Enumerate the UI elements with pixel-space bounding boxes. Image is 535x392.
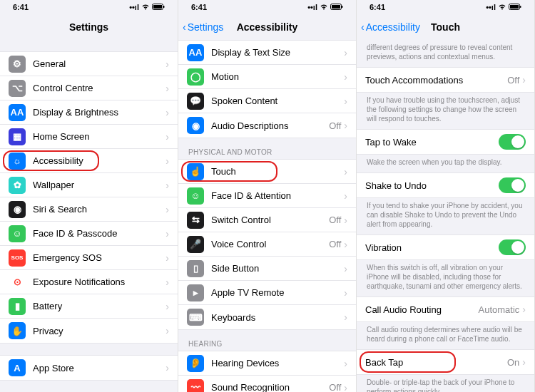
- section-header-hearing: HEARING: [178, 330, 356, 351]
- chevron-right-icon: ›: [165, 252, 169, 264]
- chevron-right-icon: ›: [344, 215, 347, 226]
- list-row[interactable]: Touch AccommodationsOff›: [357, 68, 534, 92]
- row-label: Home Screen: [33, 131, 165, 142]
- row-icon: ◉: [187, 117, 204, 134]
- row-icon: ⚙︎: [9, 56, 26, 73]
- row-label: Exposure Notifications: [33, 277, 165, 287]
- row-label: Tap to Wake: [365, 137, 499, 148]
- row-icon: A: [9, 359, 26, 376]
- row-icon: 👂: [187, 355, 204, 372]
- list-row[interactable]: ▯Side Button›: [178, 257, 356, 281]
- footer-note: different degrees of pressure to reveal …: [357, 40, 534, 67]
- list-row[interactable]: ▸Apple TV Remote›: [178, 281, 356, 305]
- list-row[interactable]: 💬Spoken Content›: [178, 89, 356, 113]
- row-icon: ☺: [9, 225, 26, 242]
- touch-list[interactable]: different degrees of pressure to reveal …: [357, 40, 534, 392]
- row-label: Wallpaper: [33, 180, 165, 190]
- footer-note: When this switch is off, all vibration o…: [357, 260, 534, 296]
- signal-icon: ••ıl: [129, 3, 139, 11]
- list-row[interactable]: ☺Face ID & Attention›: [178, 184, 356, 208]
- list-row[interactable]: ▦Home Screen›: [0, 125, 178, 149]
- row-label: Call Audio Routing: [365, 304, 479, 315]
- row-label: Control Centre: [33, 83, 165, 93]
- row-label: Accessibility: [33, 155, 165, 166]
- row-icon: ⌨: [187, 309, 204, 326]
- wifi-icon: [498, 3, 506, 11]
- chevron-right-icon: ›: [344, 382, 347, 393]
- toggle-switch[interactable]: [499, 239, 526, 255]
- list-row[interactable]: 👂Hearing Devices›: [178, 351, 356, 376]
- row-icon: ◯: [187, 68, 204, 86]
- list-row[interactable]: ▮Battery›: [0, 294, 178, 319]
- list-row[interactable]: Tap to Wake: [357, 130, 534, 154]
- chevron-right-icon: ›: [165, 131, 169, 143]
- footer-note: Wake the screen when you tap the display…: [357, 155, 534, 172]
- toggle-switch[interactable]: [499, 177, 526, 193]
- status-icons: ••ıl: [486, 3, 521, 11]
- row-icon: ▯: [187, 260, 204, 277]
- footer-note: Call audio routing determines where audi…: [357, 322, 534, 349]
- battery-icon: [152, 3, 165, 11]
- row-icon: SOS: [9, 249, 26, 267]
- phone-touch: 6:41 ••ıl ‹ Accessibility Touch differen…: [357, 0, 535, 392]
- row-icon: ◉: [9, 201, 26, 218]
- row-icon: ☝: [187, 163, 204, 180]
- chevron-right-icon: ›: [344, 190, 347, 202]
- row-icon: ✋: [9, 322, 26, 339]
- back-button[interactable]: ‹ Accessibility: [361, 21, 420, 33]
- list-row[interactable]: ⇆Switch ControlOff›: [178, 208, 356, 232]
- chevron-right-icon: ›: [165, 362, 169, 373]
- list-row[interactable]: ⌥Control Centre›: [0, 76, 178, 100]
- row-label: Voice Control: [211, 239, 329, 249]
- list-row[interactable]: 🎤Voice ControlOff›: [178, 232, 356, 257]
- row-icon: ▮: [9, 298, 26, 315]
- row-icon: 💬: [187, 93, 204, 110]
- list-row[interactable]: ◯Motion›: [178, 65, 356, 89]
- row-icon: ☺: [187, 187, 204, 205]
- nav-bar: ‹ Accessibility Touch: [357, 14, 534, 40]
- toggle-switch[interactable]: [499, 134, 526, 150]
- signal-icon: ••ıl: [486, 3, 496, 11]
- row-detail: On: [507, 357, 519, 368]
- list-row[interactable]: ✿Wallpaper›: [0, 173, 178, 197]
- list-row[interactable]: ☼Accessibility›: [0, 149, 178, 173]
- chevron-right-icon: ›: [344, 358, 347, 369]
- row-label: Face ID & Passcode: [33, 228, 165, 239]
- list-row[interactable]: ⊙Exposure Notifications›: [0, 270, 178, 294]
- row-label: General: [33, 58, 165, 69]
- list-row[interactable]: ◉Siri & Search›: [0, 197, 178, 222]
- list-row[interactable]: Back TapOn›: [357, 350, 534, 374]
- list-row[interactable]: ☺Face ID & Passcode›: [0, 222, 178, 246]
- list-row[interactable]: ✋Privacy›: [0, 319, 178, 343]
- settings-list[interactable]: ⚙︎General›⌥Control Centre›AADisplay & Br…: [0, 40, 178, 392]
- list-row[interactable]: Call Audio RoutingAutomatic›: [357, 297, 534, 321]
- list-row[interactable]: AADisplay & Text Size›: [178, 41, 356, 65]
- accessibility-list[interactable]: AADisplay & Text Size›◯Motion›💬Spoken Co…: [178, 40, 356, 392]
- list-row[interactable]: 〰Sound RecognitionOff›: [178, 376, 356, 392]
- footer-note: Double- or triple-tap the back of your i…: [357, 375, 534, 392]
- list-row[interactable]: Vibration: [357, 235, 534, 259]
- status-time: 6:41: [370, 3, 385, 11]
- list-row[interactable]: SOSEmergency SOS›: [0, 246, 178, 270]
- signal-icon: ••ıl: [307, 3, 317, 11]
- back-button[interactable]: ‹ Settings: [183, 21, 223, 33]
- list-row[interactable]: ⌨Keyboards›: [178, 305, 356, 329]
- status-time: 6:41: [191, 3, 207, 11]
- row-icon: ⊙: [9, 274, 26, 291]
- list-row[interactable]: AApp Store›: [0, 356, 178, 380]
- nav-bar: ‹ Settings Accessibility: [178, 14, 356, 40]
- chevron-right-icon: ›: [344, 263, 347, 274]
- list-row[interactable]: ⚙︎General›: [0, 52, 178, 76]
- list-row[interactable]: ◉Audio DescriptionsOff›: [178, 113, 356, 138]
- svg-rect-7: [510, 5, 519, 9]
- row-label: Apple TV Remote: [211, 287, 344, 298]
- page-title: Touch: [431, 21, 460, 33]
- list-row[interactable]: Shake to Undo: [357, 173, 534, 197]
- page-title: Settings: [69, 21, 108, 33]
- row-icon: ▸: [187, 284, 204, 301]
- phone-accessibility: 6:41 ••ıl ‹ Settings Accessibility AADis…: [178, 0, 357, 392]
- status-bar: 6:41 ••ıl: [357, 0, 534, 14]
- list-row[interactable]: ☝Touch›: [178, 160, 356, 184]
- list-row[interactable]: AADisplay & Brightness›: [0, 100, 178, 125]
- row-label: Touch Accommodations: [365, 75, 507, 86]
